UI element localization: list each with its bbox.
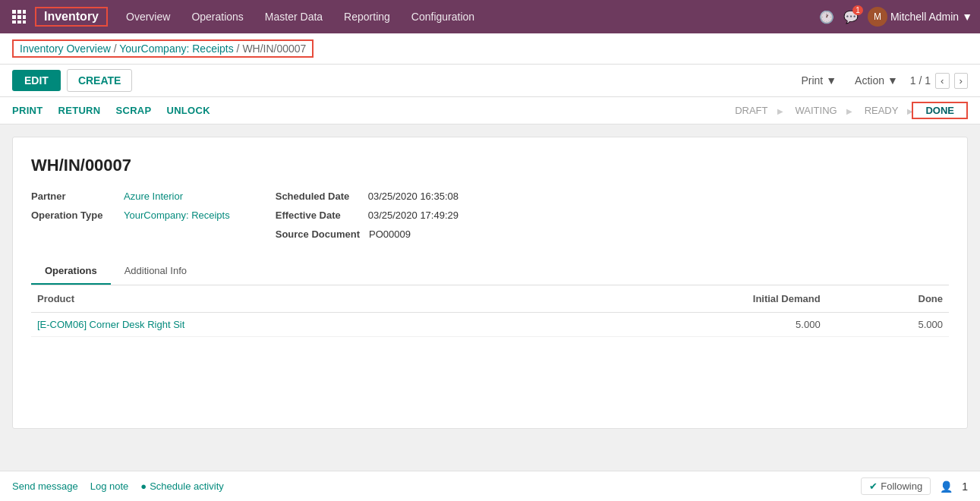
user-menu-arrow: ▼: [962, 11, 972, 23]
print-action-link[interactable]: PRINT: [12, 102, 54, 119]
tab-additional-info[interactable]: Additional Info: [111, 258, 200, 285]
action-bar: PRINT RETURN SCRAP UNLOCK DRAFT WAITING …: [0, 97, 980, 124]
print-button[interactable]: Print ▼: [795, 71, 843, 90]
field-source-document: Source Document PO00009: [276, 228, 458, 240]
pager: 1 / 1 ‹ ›: [910, 73, 968, 89]
source-document-label: Source Document: [276, 228, 360, 240]
svg-rect-6: [12, 20, 16, 24]
operations-table: Product Initial Demand Done [E-COM06] Co…: [31, 285, 949, 337]
svg-rect-8: [23, 20, 26, 24]
scheduled-date-label: Scheduled Date: [276, 191, 359, 202]
return-action-link[interactable]: RETURN: [58, 102, 112, 119]
pager-prev-button[interactable]: ‹: [935, 73, 949, 89]
main-menu: Overview Operations Master Data Reportin…: [123, 8, 819, 26]
main-content: WH/IN/00007 Partner Azure Interior Opera…: [0, 124, 980, 441]
cell-initial-demand: 5.000: [562, 313, 827, 337]
action-button[interactable]: Action ▼: [849, 71, 904, 90]
field-operation-type: Operation Type YourCompany: Receipts: [31, 210, 230, 221]
action-label: Action: [855, 74, 884, 87]
fields-right: Scheduled Date 03/25/2020 16:35:08 Effec…: [276, 191, 458, 240]
svg-rect-0: [12, 10, 16, 14]
tab-operations[interactable]: Operations: [31, 258, 111, 285]
status-bar: DRAFT WAITING READY DONE: [721, 102, 968, 119]
svg-rect-2: [23, 10, 26, 14]
grid-icon[interactable]: [8, 5, 30, 28]
cell-product[interactable]: [E-COM06] Corner Desk Right Sit: [31, 313, 562, 337]
notification-badge: 1: [852, 5, 863, 15]
pager-next-button[interactable]: ›: [954, 73, 968, 89]
effective-date-value: 03/25/2020 17:49:29: [368, 210, 458, 221]
col-done: Done: [827, 285, 949, 313]
partner-value[interactable]: Azure Interior: [124, 191, 183, 202]
status-draft[interactable]: DRAFT: [721, 102, 781, 119]
breadcrumb-receipts[interactable]: YourCompany: Receipts: [119, 43, 233, 55]
field-partner: Partner Azure Interior: [31, 191, 230, 202]
operation-type-label: Operation Type: [31, 210, 115, 221]
col-initial-demand: Initial Demand: [562, 285, 827, 313]
user-name: Mitchell Admin: [890, 11, 959, 23]
field-effective-date: Effective Date 03/25/2020 17:49:29: [276, 210, 458, 221]
operation-type-value[interactable]: YourCompany: Receipts: [124, 210, 230, 221]
menu-operations[interactable]: Operations: [188, 8, 246, 26]
scheduled-date-value: 03/25/2020 16:35:08: [368, 191, 458, 202]
fields-grid: Partner Azure Interior Operation Type Yo…: [31, 191, 949, 240]
card-body-space: [31, 337, 949, 428]
user-menu[interactable]: M Mitchell Admin ▼: [868, 7, 972, 27]
partner-label: Partner: [31, 191, 115, 202]
edit-button[interactable]: EDIT: [12, 70, 61, 91]
unlock-action-link[interactable]: UNLOCK: [166, 102, 220, 119]
menu-reporting[interactable]: Reporting: [341, 8, 393, 26]
svg-rect-5: [23, 15, 26, 19]
source-document-value: PO00009: [369, 228, 411, 240]
chat-icon[interactable]: 💬 1: [843, 10, 859, 24]
breadcrumb: Inventory Overview / YourCompany: Receip…: [12, 39, 314, 58]
table-row: [E-COM06] Corner Desk Right Sit 5.000 5.…: [31, 313, 949, 337]
topnav-right: 🕐 💬 1 M Mitchell Admin ▼: [819, 7, 972, 27]
status-done[interactable]: DONE: [912, 102, 968, 119]
scrap-action-link[interactable]: SCRAP: [115, 102, 162, 119]
col-product: Product: [31, 285, 562, 313]
svg-rect-4: [17, 15, 21, 19]
toolbar: EDIT CREATE Print ▼ Action ▼ 1 / 1 ‹ ›: [0, 65, 980, 97]
document-card: WH/IN/00007 Partner Azure Interior Opera…: [12, 137, 968, 429]
action-arrow-icon: ▼: [887, 74, 898, 87]
field-scheduled-date: Scheduled Date 03/25/2020 16:35:08: [276, 191, 458, 202]
svg-rect-1: [17, 10, 21, 14]
menu-configuration[interactable]: Configuration: [408, 8, 477, 26]
effective-date-label: Effective Date: [276, 210, 359, 221]
app-title[interactable]: Inventory: [35, 7, 108, 27]
svg-rect-7: [17, 20, 21, 24]
menu-overview[interactable]: Overview: [123, 8, 173, 26]
fields-left: Partner Azure Interior Operation Type Yo…: [31, 191, 230, 240]
breadcrumb-bar: Inventory Overview / YourCompany: Receip…: [0, 33, 980, 65]
clock-icon[interactable]: 🕐: [819, 10, 834, 24]
menu-master-data[interactable]: Master Data: [262, 8, 326, 26]
breadcrumb-current: WH/IN/00007: [242, 43, 306, 55]
status-waiting[interactable]: WAITING: [782, 102, 851, 119]
status-ready[interactable]: READY: [851, 102, 912, 119]
create-button[interactable]: CREATE: [67, 69, 133, 92]
cell-done: 5.000: [827, 313, 949, 337]
print-label: Print: [801, 74, 823, 87]
top-navigation: Inventory Overview Operations Master Dat…: [0, 0, 980, 33]
print-arrow-icon: ▼: [826, 74, 837, 87]
tabs-bar: Operations Additional Info: [31, 258, 949, 285]
breadcrumb-inventory-overview[interactable]: Inventory Overview: [20, 43, 111, 55]
svg-rect-3: [12, 15, 16, 19]
pager-text: 1 / 1: [910, 74, 931, 87]
document-title: WH/IN/00007: [31, 156, 949, 175]
